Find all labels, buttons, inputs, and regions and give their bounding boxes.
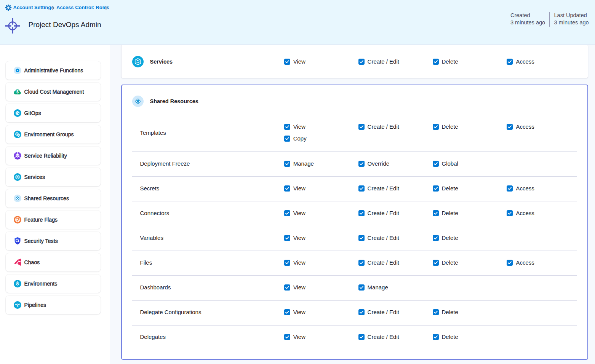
svg-text:$: $ [16, 89, 19, 94]
